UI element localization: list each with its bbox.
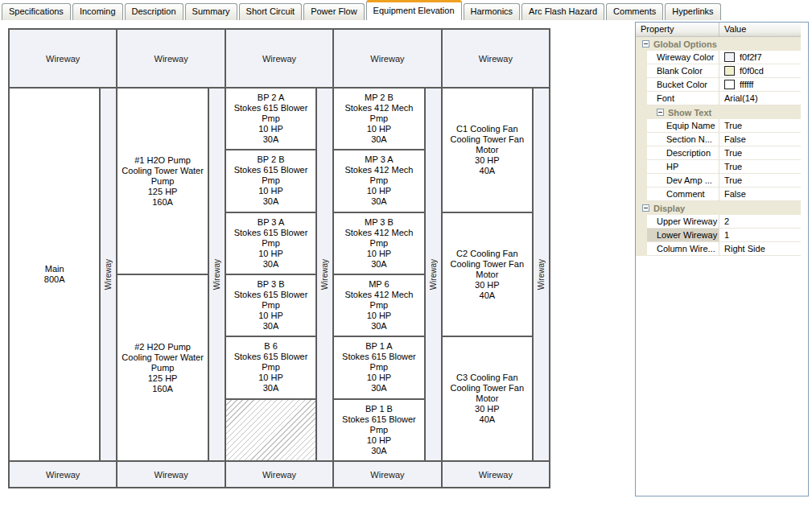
tab-power-flow[interactable]: Power Flow [303, 3, 364, 20]
property-value[interactable]: Right Side [719, 242, 801, 256]
bucket-bp-3-a[interactable]: BP 3 AStokes 615 Blower Pmp10 HP30A [226, 213, 315, 274]
bucket-label-line: 30A [371, 321, 387, 332]
bucket-label-line: 10 HP [258, 373, 283, 383]
tab-summary[interactable]: Summary [185, 3, 237, 20]
collapse-icon[interactable] [657, 109, 664, 116]
bucket-label-line: 125 HP [148, 187, 178, 197]
property-row-lower-wireway[interactable]: Lower Wireway1 [636, 229, 801, 242]
property-column-header[interactable]: Property [636, 23, 719, 36]
upper-wireway-cell: Wireway [443, 30, 549, 87]
bucket-stack: #1 H2O PumpCooling Tower Water Pump125 H… [117, 89, 207, 460]
group-row-global-options[interactable]: Global Options [636, 37, 801, 51]
tab-short-circuit[interactable]: Short Circuit [239, 3, 303, 20]
tab-equipment-elevation[interactable]: Equipment Elevation [366, 0, 462, 20]
collapse-icon[interactable] [642, 40, 649, 47]
bucket--1-h2o-pump[interactable]: #1 H2O PumpCooling Tower Water Pump125 H… [117, 89, 207, 274]
property-row-section-n[interactable]: Section N...False [636, 133, 801, 146]
property-label: Bucket Color [647, 78, 719, 92]
row-gutter [636, 51, 647, 64]
bucket-c2-cooling-fan[interactable]: C2 Cooling FanCooling Tower Fan Motor30 … [443, 213, 532, 336]
property-row-bucket-color[interactable]: Bucket Colorffffff [636, 78, 801, 92]
property-row-blank-color[interactable]: Blank Colorf0f0cd [636, 64, 801, 78]
property-value[interactable]: True [719, 160, 801, 174]
property-value[interactable]: f0f2f7 [719, 51, 801, 64]
property-value[interactable]: ffffff [719, 78, 801, 92]
collapse-icon[interactable] [642, 204, 649, 212]
bucket-label-line: 160A [152, 384, 173, 394]
group-row-show-text[interactable]: Show Text [636, 105, 801, 119]
property-value-text: False [724, 134, 746, 144]
property-row-font[interactable]: FontArial(14) [636, 92, 801, 105]
tab-description[interactable]: Description [125, 3, 183, 20]
property-row-dev-amp[interactable]: Dev Amp ...True [636, 174, 801, 187]
bucket-label-line: #2 H2O Pump [134, 342, 191, 352]
tab-hyperlinks[interactable]: Hyperlinks [665, 3, 720, 20]
bucket-c3-cooling-fan[interactable]: C3 Cooling FanCooling Tower Fan Motor30 … [443, 337, 532, 460]
vertical-wireway-label: Wireway [537, 259, 546, 290]
property-row-hp[interactable]: HPTrue [636, 160, 801, 174]
row-gutter [636, 64, 647, 78]
group-row-display[interactable]: Display [636, 201, 801, 215]
bucket-label-line: 30A [371, 446, 387, 456]
property-value[interactable]: False [719, 133, 801, 146]
bucket-stack: Main800A [10, 89, 99, 460]
lower-wireway-cell: Wireway [226, 462, 332, 487]
property-row-wireway-color[interactable]: Wireway Colorf0f2f7 [636, 51, 801, 64]
tab-harmonics[interactable]: Harmonics [464, 3, 521, 20]
bucket-label-line: 40A [480, 166, 496, 176]
column-wireway-strip: Wireway [426, 89, 441, 460]
bucket-bp-1-b[interactable]: BP 1 BStokes 615 Blower Pmp10 HP30A [334, 400, 423, 460]
tab-arc-flash-hazard[interactable]: Arc Flash Hazard [521, 3, 604, 20]
bucket-label-line: B 6 [264, 341, 278, 352]
diagram-column-1: Main800AWireway [10, 89, 116, 460]
bucket--2-h2o-pump[interactable]: #2 H2O PumpCooling Tower Water Pump125 H… [117, 275, 207, 460]
tab-comments[interactable]: Comments [606, 3, 663, 20]
blank-bucket[interactable] [226, 400, 315, 460]
lower-wireway-cell: Wireway [117, 462, 224, 487]
property-label: Column Wire... [647, 242, 719, 256]
diagram-column-5: C1 Cooling FanCooling Tower Fan Motor30 … [443, 89, 549, 460]
color-swatch [724, 52, 735, 62]
row-gutter [636, 119, 647, 133]
property-panel: Property Value Global OptionsWireway Col… [635, 22, 809, 496]
bucket-bp-2-a[interactable]: BP 2 AStokes 615 Blower Pmp10 HP30A [226, 89, 315, 149]
property-label: Dev Amp ... [647, 174, 719, 187]
bucket-main[interactable]: Main800A [10, 89, 99, 460]
tab-specifications[interactable]: Specifications [2, 3, 71, 20]
property-row-upper-wireway[interactable]: Upper Wireway2 [636, 215, 801, 229]
property-label: Comment [647, 187, 719, 201]
property-row-description[interactable]: DescriptionTrue [636, 146, 801, 160]
property-row-column-wire[interactable]: Column Wire...Right Side [636, 242, 801, 256]
bucket-c1-cooling-fan[interactable]: C1 Cooling FanCooling Tower Fan Motor30 … [443, 89, 532, 212]
bucket-bp-2-b[interactable]: BP 2 BStokes 615 Blower Pmp10 HP30A [226, 150, 315, 211]
bucket-label-line: #1 H2O Pump [134, 155, 191, 166]
group-label: Global Options [653, 39, 717, 49]
row-gutter [636, 146, 647, 160]
bucket-stack: C1 Cooling FanCooling Tower Fan Motor30 … [443, 89, 532, 460]
bucket-bp-1-a[interactable]: BP 1 AStokes 615 Blower Pmp10 HP30A [334, 337, 423, 398]
row-gutter [636, 242, 647, 256]
bucket-label-line: 30A [371, 196, 387, 207]
property-value[interactable]: True [719, 174, 801, 187]
property-value[interactable]: 2 [719, 215, 801, 229]
property-value[interactable]: True [719, 119, 801, 133]
tab-incoming[interactable]: Incoming [72, 3, 123, 20]
property-value[interactable]: False [719, 187, 801, 201]
property-value[interactable]: True [719, 146, 801, 160]
bucket-bp-3-b[interactable]: BP 3 BStokes 615 Blower Pmp10 HP30A [226, 275, 315, 336]
bucket-stack: MP 2 BStokes 412 Mech Pmp10 HP30AMP 3 AS… [334, 89, 423, 460]
property-grid-rows: Global OptionsWireway Colorf0f2f7Blank C… [636, 37, 808, 256]
bucket-mp-3-b[interactable]: MP 3 BStokes 412 Mech Pmp10 HP30A [334, 213, 423, 274]
bucket-label-line: 10 HP [367, 311, 392, 321]
bucket-mp-3-a[interactable]: MP 3 AStokes 412 Mech Pmp10 HP30A [334, 150, 423, 211]
property-value[interactable]: Arial(14) [719, 92, 801, 105]
bucket-label-line: C2 Cooling Fan [456, 249, 517, 259]
bucket-mp-6[interactable]: MP 6Stokes 412 Mech Pmp10 HP30A [334, 275, 423, 336]
value-column-header[interactable]: Value [719, 23, 801, 36]
bucket-b-6[interactable]: B 6Stokes 615 Blower Pmp10 HP30A [226, 337, 315, 398]
property-value[interactable]: 1 [719, 229, 801, 242]
property-value[interactable]: f0f0cd [719, 64, 801, 78]
property-row-equip-name[interactable]: Equip NameTrue [636, 119, 801, 133]
bucket-mp-2-b[interactable]: MP 2 BStokes 412 Mech Pmp10 HP30A [334, 89, 423, 149]
property-row-comment[interactable]: CommentFalse [636, 187, 801, 201]
